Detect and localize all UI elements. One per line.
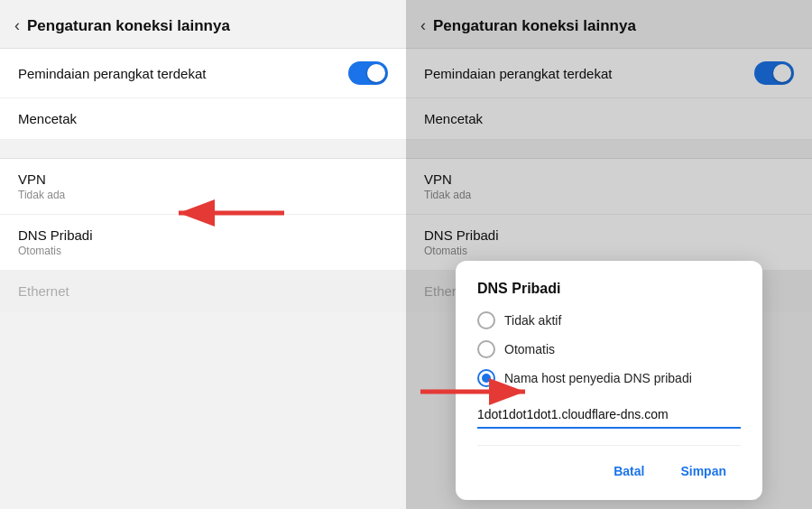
cancel-button[interactable]: Batal: [599, 457, 659, 486]
left-dns-label: DNS Pribadi: [18, 227, 93, 243]
dialog-title: DNS Pribadi: [477, 281, 741, 297]
left-panel-header: ‹ Pengaturan koneksi lainnya: [0, 0, 406, 48]
left-item-dns[interactable]: DNS Pribadi Otomatis: [0, 215, 406, 271]
left-back-arrow[interactable]: ‹: [14, 16, 20, 35]
left-item-vpn[interactable]: VPN Tidak ada: [0, 159, 406, 215]
left-settings-list: Pemindaian perangkat terdekat Mencetak: [0, 48, 406, 140]
dialog-option-otomatis[interactable]: Otomatis: [477, 340, 741, 358]
left-gap-1: [0, 140, 406, 158]
left-panel: ‹ Pengaturan koneksi lainnya Pemindaian …: [0, 0, 406, 509]
left-ethernet-text: Ethernet: [18, 283, 69, 299]
dialog-radio-otomatis[interactable]: [477, 340, 495, 358]
dialog-option-tidak-aktif[interactable]: Tidak aktif: [477, 311, 741, 329]
left-ethernet-label: Ethernet: [18, 283, 69, 299]
left-vpn-sublabel: Tidak ada: [18, 189, 65, 201]
left-panel-title: Pengaturan koneksi lainnya: [27, 17, 230, 35]
dialog-label-tidak-aktif: Tidak aktif: [504, 313, 561, 328]
dns-dialog: DNS Pribadi Tidak aktif Otomatis Nama ho…: [456, 261, 762, 500]
dialog-actions: Batal Simpan: [477, 445, 741, 486]
right-panel: ‹ Pengaturan koneksi lainnya Pemindaian …: [406, 0, 812, 509]
dialog-overlay: DNS Pribadi Tidak aktif Otomatis Nama ho…: [406, 0, 812, 509]
left-dns-sublabel: Otomatis: [18, 245, 93, 257]
dialog-radio-nama-host[interactable]: [477, 369, 495, 387]
left-item-mencetak[interactable]: Mencetak: [0, 98, 406, 140]
left-item-ethernet[interactable]: Ethernet: [0, 271, 406, 311]
left-vpn-text: VPN Tidak ada: [18, 171, 65, 201]
save-button[interactable]: Simpan: [666, 457, 741, 486]
dialog-label-nama-host: Nama host penyedia DNS pribadi: [504, 371, 692, 385]
dialog-option-nama-host[interactable]: Nama host penyedia DNS pribadi: [477, 369, 741, 387]
dialog-label-otomatis: Otomatis: [504, 342, 555, 356]
left-pemindaian-toggle[interactable]: [348, 61, 388, 85]
left-dns-text: DNS Pribadi Otomatis: [18, 227, 93, 257]
left-mencetak-label: Mencetak: [18, 111, 77, 126]
dialog-radio-tidak-aktif[interactable]: [477, 311, 495, 329]
left-vpn-label: VPN: [18, 171, 65, 187]
dns-input[interactable]: [477, 402, 741, 429]
left-mencetak-text: Mencetak: [18, 111, 77, 126]
left-item-pemindaian[interactable]: Pemindaian perangkat terdekat: [0, 49, 406, 98]
left-settings-list-2: VPN Tidak ada DNS Pribadi Otomatis Ether…: [0, 158, 406, 311]
left-pemindaian-label: Pemindaian perangkat terdekat: [18, 66, 206, 81]
